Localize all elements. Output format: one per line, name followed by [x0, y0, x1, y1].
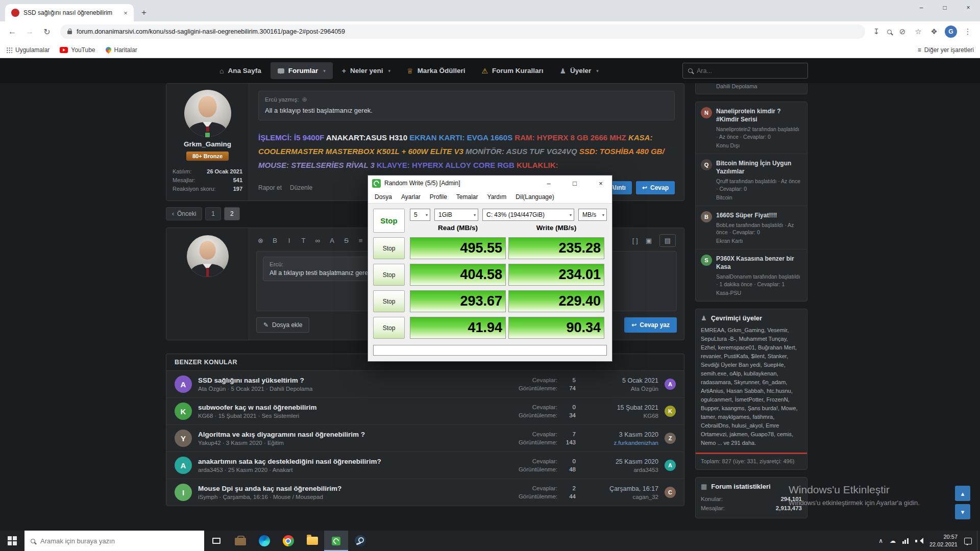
topic-title[interactable]: P360X Kasasına benzer bir Kasa [716, 255, 802, 271]
reply-button[interactable]: ↩Cevap [636, 181, 675, 194]
tab-close-button[interactable]: × [121, 9, 130, 17]
url-bar[interactable]: forum.donanimarsivi.com/konu/ssd-sagligi… [60, 24, 865, 39]
strikethrough-icon[interactable]: S [343, 237, 350, 244]
chrome-button[interactable] [276, 531, 300, 551]
diskmark-taskbar-button[interactable] [324, 531, 348, 551]
reload-button[interactable]: ↻ [40, 24, 54, 39]
topic-title[interactable]: Bitcoin Mining İçin Uygun Yazılımlar [716, 159, 802, 176]
bookmark-apps[interactable]: Uygulamalar [6, 46, 50, 54]
menu-themes[interactable]: Temalar [452, 191, 483, 203]
forward-button[interactable]: → [22, 24, 37, 39]
network-icon[interactable] [902, 538, 909, 544]
nav-home[interactable]: ⌂Ana Sayfa [212, 62, 268, 80]
scroll-top-button[interactable]: ▴ [955, 486, 970, 501]
bookmark-maps[interactable]: Haritalar [106, 46, 137, 54]
text-color-icon[interactable]: A [329, 237, 335, 244]
drafts-icon[interactable]: ▣ [646, 237, 652, 244]
last-post-date[interactable]: 15 Şubat 2021 [582, 404, 658, 411]
italic-icon[interactable]: I [286, 237, 292, 244]
nav-whats-new[interactable]: +Neler yeni▾ [335, 62, 398, 80]
last-post-user[interactable]: Ata Özgün [582, 386, 658, 392]
topic-forum[interactable]: Ekran Kartı [716, 238, 802, 244]
similar-thread-row[interactable]: A SSD sağlığını nasıl yükseltirim ? Ata … [166, 371, 684, 397]
attach-files-button[interactable]: ✎Dosya ekle [256, 317, 309, 333]
minimize-button[interactable]: – [910, 0, 933, 15]
list-icon[interactable]: ≡ [357, 237, 364, 244]
thread-title[interactable]: subwoofer kaç w nasıl öğrenebilirim [198, 404, 493, 411]
new-tab-button[interactable]: + [137, 6, 151, 20]
search-input[interactable] [697, 67, 802, 74]
thread-title[interactable]: SSD sağlığını nasıl yükseltirim ? [198, 377, 493, 384]
forum-search-box[interactable] [682, 63, 808, 79]
taskbar-clock[interactable]: 20:57 22.02.2021 [929, 533, 958, 548]
last-post-user[interactable]: z.furkandenizhan [582, 440, 658, 446]
comment-field[interactable] [373, 345, 607, 356]
stop-all-button[interactable]: Stop [373, 209, 405, 233]
avatar[interactable]: C [665, 487, 676, 498]
last-post-user[interactable]: cagan_32 [582, 494, 658, 500]
steam-button[interactable] [348, 531, 372, 551]
avatar[interactable]: A [175, 457, 192, 474]
sidebar-topic[interactable]: S P360X Kasasına benzer bir Kasa SanalDo… [696, 249, 807, 301]
stop-test-button[interactable]: Stop [373, 264, 405, 286]
avatar[interactable]: Y [175, 430, 192, 447]
menu-kebab-icon[interactable]: ⋮ [963, 27, 973, 36]
task-view-button[interactable] [204, 531, 228, 551]
blocker-extension-icon[interactable]: ⊘ [897, 27, 908, 36]
last-post-user[interactable]: KG68 [582, 413, 658, 419]
edit-link[interactable]: Düzenle [290, 184, 312, 191]
topic-forum[interactable]: Kasa-PSU [716, 290, 802, 296]
minimize-button[interactable]: – [537, 176, 560, 191]
action-center-icon[interactable] [964, 538, 972, 544]
menu-profile[interactable]: Profile [425, 191, 452, 203]
avatar[interactable]: A [665, 460, 676, 471]
thread-title[interactable]: Algoritma ve akış diyagramını nasıl öğre… [198, 431, 493, 438]
topic-title[interactable]: 1660S Süper Fiyat!!!! [716, 211, 802, 219]
nav-members[interactable]: ♟Üyeler▾ [553, 62, 606, 80]
nav-forums[interactable]: Forumlar▾ [271, 62, 333, 79]
back-button[interactable]: ← [5, 24, 19, 39]
sidebar-topic[interactable]: B 1660S Süper Fiyat!!!! BobLee tarafında… [696, 206, 807, 249]
menu-settings[interactable]: Ayarlar [397, 191, 425, 203]
maximize-button[interactable]: □ [564, 176, 586, 191]
download-icon[interactable]: ↧ [871, 27, 881, 36]
other-bookmarks[interactable]: ≡Diğer yer işaretleri [918, 46, 974, 54]
cloud-icon[interactable]: ☁ [890, 537, 896, 544]
topic-title[interactable]: Naneliprotein kimdir ? #Kimdir Serisi [716, 107, 802, 123]
prev-page-button[interactable]: ‹Önceki [166, 207, 202, 220]
last-post-date[interactable]: Çarşamba, 16:17 [582, 485, 658, 492]
code-icon[interactable]: [ ] [632, 237, 639, 244]
close-button[interactable]: × [957, 0, 980, 15]
stop-test-button[interactable]: Stop [373, 290, 405, 312]
nav-brand-awards[interactable]: ♕Marka Ödülleri [400, 62, 472, 80]
nav-forum-rules[interactable]: ⚠Forum Kuralları [474, 62, 550, 80]
menu-language[interactable]: Dil(Language) [511, 191, 558, 203]
avatar[interactable]: I [175, 484, 192, 501]
browser-profile-avatar[interactable]: G [945, 26, 957, 38]
report-link[interactable]: Rapor et [258, 184, 282, 191]
bookmark-youtube[interactable]: YouTube [60, 46, 95, 54]
taskbar-search-input[interactable] [40, 537, 198, 545]
similar-thread-row[interactable]: K subwoofer kaç w nasıl öğrenebilirim KG… [166, 397, 684, 424]
lock-icon[interactable] [67, 31, 72, 34]
sidebar-topic[interactable]: Q Bitcoin Mining İçin Uygun Yazılımlar Q… [696, 154, 807, 206]
volume-icon[interactable] [915, 537, 923, 544]
expand-quote-icon[interactable]: ⊕ [302, 96, 307, 103]
preview-icon[interactable]: ▤ [659, 234, 676, 247]
post-reply-button[interactable]: ↩Cevap yaz [624, 317, 677, 333]
sidebar-topic[interactable]: N Naneliprotein kimdir ? #Kimdir Serisi … [696, 102, 807, 154]
window-titlebar[interactable]: Random Write (5/5) [Admin] – □ × [368, 176, 612, 191]
drive-select[interactable]: C: 43% (194/447GiB)▾ [482, 209, 574, 221]
file-explorer-button[interactable] [300, 531, 324, 551]
author-avatar[interactable] [184, 90, 231, 137]
current-user-avatar[interactable] [187, 235, 229, 277]
cutoff-topic-forum-label[interactable]: Dahili Depolama [695, 83, 807, 94]
avatar[interactable]: Q [701, 159, 712, 170]
start-button[interactable] [0, 531, 24, 551]
close-button[interactable]: × [590, 176, 612, 191]
menu-file[interactable]: Dosya [370, 191, 397, 203]
maximize-button[interactable]: □ [933, 0, 957, 15]
similar-thread-row[interactable]: I Mouse Dpi şu anda kaç nasıl öğrenebili… [166, 479, 684, 506]
remove-format-icon[interactable]: ⊗ [257, 237, 264, 244]
avatar[interactable]: A [665, 379, 676, 390]
